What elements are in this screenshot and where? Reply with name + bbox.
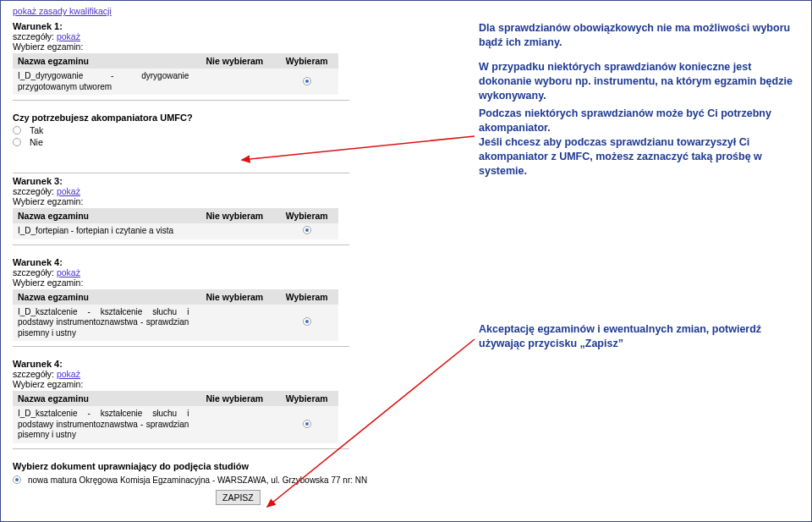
not-choose-cell <box>194 69 275 95</box>
details-line: szczegóły: pokaż <box>13 31 368 41</box>
show-link[interactable]: pokaż <box>57 267 80 277</box>
radio-selected-icon[interactable] <box>13 475 21 484</box>
col-choose: Wybieram <box>275 391 338 406</box>
document-text: nowa matura Okręgowa Komisja Egzaminacyj… <box>28 475 367 485</box>
choose-exam-label: Wybierz egzamin: <box>13 196 368 206</box>
document-row[interactable]: nowa matura Okręgowa Komisja Egzaminacyj… <box>13 475 368 485</box>
condition-4b-title: Warunek 4: <box>13 359 368 369</box>
choose-cell <box>275 305 338 342</box>
exam-name-cell: I_D_dyrygowanie - dyrygowanie przygotowa… <box>13 69 194 95</box>
choose-cell <box>275 223 338 239</box>
not-choose-cell <box>194 223 275 239</box>
exam-name-cell: I_D_ksztalcenie - kształcenie słuchu i p… <box>13 305 194 342</box>
details-line: szczegóły: pokaż <box>13 369 368 379</box>
col-not-choose: Nie wybieram <box>194 53 275 69</box>
col-not-choose: Nie wybieram <box>194 208 275 223</box>
option-yes: Tak <box>30 125 43 135</box>
exam-name-cell: I_D_ksztalcenie - kształcenie słuchu i p… <box>13 406 194 443</box>
exam-table-4b: Nazwa egzaminu Nie wybieram Wybieram I_D… <box>13 391 338 443</box>
annotation-selection: W przypadku niektórych sprawdzianów koni… <box>479 60 800 103</box>
choose-exam-label: Wybierz egzamin: <box>13 41 368 52</box>
save-button[interactable]: ZAPISZ <box>216 490 261 505</box>
exam-table-1: Nazwa egzaminu Nie wybieram Wybieram I_D… <box>13 53 338 95</box>
col-not-choose: Nie wybieram <box>194 391 275 406</box>
exam-table-3: Nazwa egzaminu Nie wybieram Wybieram I_D… <box>13 208 338 239</box>
accompanist-yes-row[interactable]: Tak <box>13 125 368 135</box>
choose-exam-label: Wybierz egzamin: <box>13 379 368 389</box>
details-line: szczegóły: pokaż <box>13 186 368 196</box>
radio-icon[interactable] <box>13 126 21 135</box>
col-choose: Wybieram <box>275 289 338 305</box>
option-no: Nie <box>30 137 43 147</box>
radio-selected-icon[interactable] <box>303 420 311 428</box>
radio-icon[interactable] <box>13 138 21 146</box>
radio-selected-icon[interactable] <box>303 226 311 234</box>
choose-cell <box>275 69 338 95</box>
choose-exam-label: Wybierz egzamin: <box>13 277 368 288</box>
annotation-save: Akceptację egzaminów i ewentualnych zmia… <box>479 322 800 351</box>
qualification-rules-link[interactable]: pokaż zasady kwalifikacji <box>13 6 368 16</box>
col-name: Nazwa egzaminu <box>13 208 194 223</box>
radio-selected-icon[interactable] <box>303 317 311 326</box>
exam-name-cell: I_D_fortepian - fortepian i czytanie a v… <box>13 223 194 239</box>
col-name: Nazwa egzaminu <box>13 391 194 406</box>
divider <box>13 173 349 173</box>
not-choose-cell <box>194 305 275 342</box>
divider <box>13 100 349 101</box>
choose-cell <box>275 406 338 443</box>
show-link[interactable]: pokaż <box>57 369 80 379</box>
col-name: Nazwa egzaminu <box>13 53 194 69</box>
divider <box>13 448 349 449</box>
divider <box>13 245 349 245</box>
accompanist-question: Czy potrzebujesz akompaniatora UMFC? <box>13 113 368 123</box>
col-choose: Wybieram <box>275 53 338 69</box>
col-not-choose: Nie wybieram <box>194 289 275 305</box>
condition-3-title: Warunek 3: <box>13 176 368 186</box>
condition-1-title: Warunek 1: <box>13 21 368 31</box>
show-link[interactable]: pokaż <box>57 186 80 196</box>
col-name: Nazwa egzaminu <box>13 289 194 305</box>
exam-table-4a: Nazwa egzaminu Nie wybieram Wybieram I_D… <box>13 289 338 342</box>
annotation-accompanist: Podczas niektórych sprawdzianów może być… <box>479 107 800 178</box>
details-line: szczegóły: pokaż <box>13 267 368 277</box>
col-choose: Wybieram <box>275 208 338 223</box>
divider <box>13 346 349 347</box>
show-link[interactable]: pokaż <box>57 31 80 41</box>
radio-selected-icon[interactable] <box>303 77 311 85</box>
accompanist-no-row[interactable]: Nie <box>13 137 368 147</box>
condition-4a-title: Warunek 4: <box>13 257 368 267</box>
annotation-mandatory: Dla sprawdzianów obowiązkowych nie ma mo… <box>479 21 800 50</box>
document-section-title: Wybierz dokument uprawniający do podjęci… <box>13 461 368 471</box>
not-choose-cell <box>194 406 275 443</box>
